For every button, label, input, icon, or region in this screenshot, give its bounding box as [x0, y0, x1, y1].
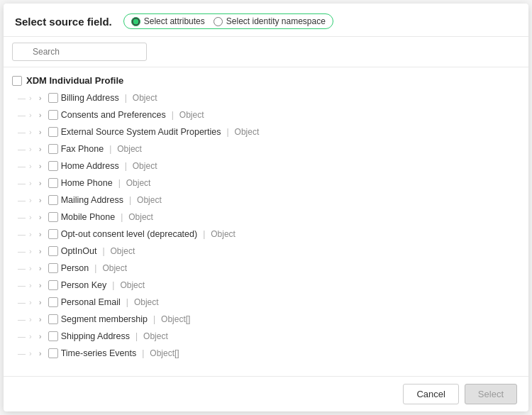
tree-item: — › › Person Key | Object	[15, 277, 523, 294]
item-checkbox[interactable]	[48, 246, 58, 256]
radio-identity-namespace[interactable]: Select identity namespace	[214, 16, 326, 26]
item-type: Object	[143, 331, 168, 341]
connector-icon: —	[18, 162, 26, 170]
type-separator: |	[135, 331, 138, 341]
expand-arrow[interactable]: ›	[35, 161, 45, 171]
item-type: Object	[134, 297, 159, 307]
root-checkbox[interactable]	[12, 76, 22, 86]
connector-arrow: ›	[29, 111, 32, 119]
item-type: Object	[133, 93, 157, 103]
expand-arrow[interactable]: ›	[35, 263, 45, 273]
expand-arrow[interactable]: ›	[35, 93, 45, 103]
type-separator: |	[109, 144, 111, 154]
item-name: Opt-out consent level (deprecated)	[61, 229, 197, 239]
connector-arrow: ›	[29, 281, 32, 289]
tree-root-item: XDM Individual Profile	[9, 72, 523, 89]
item-checkbox[interactable]	[48, 144, 58, 154]
type-separator: |	[125, 161, 127, 171]
connector-icon: —	[18, 145, 26, 153]
expand-arrow[interactable]: ›	[35, 127, 45, 137]
connector-icon: —	[18, 230, 26, 238]
tree-item: — › › Home Address | Object	[15, 157, 523, 175]
connector-arrow: ›	[29, 162, 32, 170]
modal-footer: Cancel Select	[4, 376, 528, 411]
connector-icon: —	[18, 179, 26, 187]
item-checkbox[interactable]	[48, 297, 58, 307]
connector-icon: —	[18, 247, 26, 255]
expand-arrow[interactable]: ›	[35, 280, 45, 290]
item-checkbox[interactable]	[48, 110, 58, 120]
connector-arrow: ›	[29, 145, 32, 153]
item-name: Home Address	[61, 161, 119, 171]
item-name: Mobile Phone	[61, 212, 115, 222]
tree-item: — › › Segment membership | Object[]	[15, 311, 523, 328]
modal-title: Select source field.	[15, 16, 112, 28]
item-name: Billing Address	[61, 93, 119, 103]
radio-identity-label: Select identity namespace	[226, 16, 326, 26]
connector-arrow: ›	[29, 196, 32, 204]
tree-root: XDM Individual Profile — › › Billing Add…	[4, 72, 528, 362]
tree-item: — › › Fax Phone | Object	[15, 140, 523, 157]
tree-item: — › › Home Phone | Object	[15, 175, 523, 192]
item-name: Consents and Preferences	[61, 110, 166, 120]
item-checkbox[interactable]	[48, 195, 58, 205]
expand-arrow[interactable]: ›	[35, 229, 45, 239]
item-checkbox[interactable]	[48, 280, 58, 290]
item-checkbox[interactable]	[48, 212, 58, 222]
expand-arrow[interactable]: ›	[35, 144, 45, 154]
item-type: Object	[126, 178, 151, 188]
item-checkbox[interactable]	[48, 127, 58, 137]
item-checkbox[interactable]	[48, 161, 58, 171]
item-name: OptInOut	[61, 246, 97, 256]
tree-item: — › › Person | Object	[15, 260, 523, 277]
cancel-button[interactable]: Cancel	[403, 384, 458, 404]
item-checkbox[interactable]	[48, 178, 58, 188]
item-type: Object	[111, 246, 135, 256]
type-separator: |	[203, 229, 205, 239]
radio-attributes-input[interactable]	[131, 17, 140, 26]
search-input[interactable]	[12, 43, 147, 61]
expand-arrow[interactable]: ›	[35, 212, 45, 222]
tree-item: — › › Opt-out consent level (deprecated)…	[15, 226, 523, 243]
item-name: Shipping Address	[61, 331, 130, 341]
radio-identity-input[interactable]	[214, 17, 223, 26]
item-type: Object	[137, 195, 162, 205]
expand-arrow[interactable]: ›	[35, 297, 45, 307]
expand-arrow[interactable]: ›	[35, 314, 45, 324]
item-checkbox[interactable]	[48, 314, 58, 324]
expand-arrow[interactable]: ›	[35, 178, 45, 188]
expand-arrow[interactable]: ›	[35, 110, 45, 120]
tree-item: — › › Billing Address | Object	[15, 89, 523, 106]
item-checkbox[interactable]	[48, 331, 58, 341]
item-checkbox[interactable]	[48, 93, 58, 103]
expand-arrow[interactable]: ›	[35, 348, 45, 358]
item-type: Object	[128, 212, 153, 222]
item-name: Time-series Events	[61, 348, 137, 358]
radio-attributes-label: Select attributes	[144, 16, 205, 26]
tree-item: — › › Mailing Address | Object	[15, 192, 523, 209]
expand-arrow[interactable]: ›	[35, 246, 45, 256]
expand-arrow[interactable]: ›	[35, 195, 45, 205]
tree-item: — › › OptInOut | Object	[15, 243, 523, 260]
modal-header: Select source field. Select attributes S…	[4, 4, 528, 37]
item-type: Object	[102, 263, 127, 273]
expand-arrow[interactable]: ›	[35, 331, 45, 341]
tree-item: — › › Shipping Address | Object	[15, 328, 523, 345]
radio-select-attributes[interactable]: Select attributes	[131, 16, 205, 26]
type-separator: |	[125, 93, 127, 103]
item-checkbox[interactable]	[48, 229, 58, 239]
type-separator: |	[112, 280, 114, 290]
tree-item: — › › Personal Email | Object	[15, 294, 523, 311]
item-type: Object[]	[161, 314, 190, 324]
select-button[interactable]: Select	[465, 384, 517, 404]
item-checkbox[interactable]	[48, 348, 58, 358]
tree-item: — › › Time-series Events | Object[]	[15, 345, 523, 362]
connector-arrow: ›	[29, 332, 32, 341]
connector-icon: —	[18, 196, 26, 204]
type-separator: |	[126, 297, 128, 307]
connector-icon: —	[18, 298, 26, 306]
item-name: Segment membership	[61, 314, 148, 324]
type-separator: |	[121, 212, 123, 222]
connector-arrow: ›	[29, 213, 32, 221]
item-checkbox[interactable]	[48, 263, 58, 273]
